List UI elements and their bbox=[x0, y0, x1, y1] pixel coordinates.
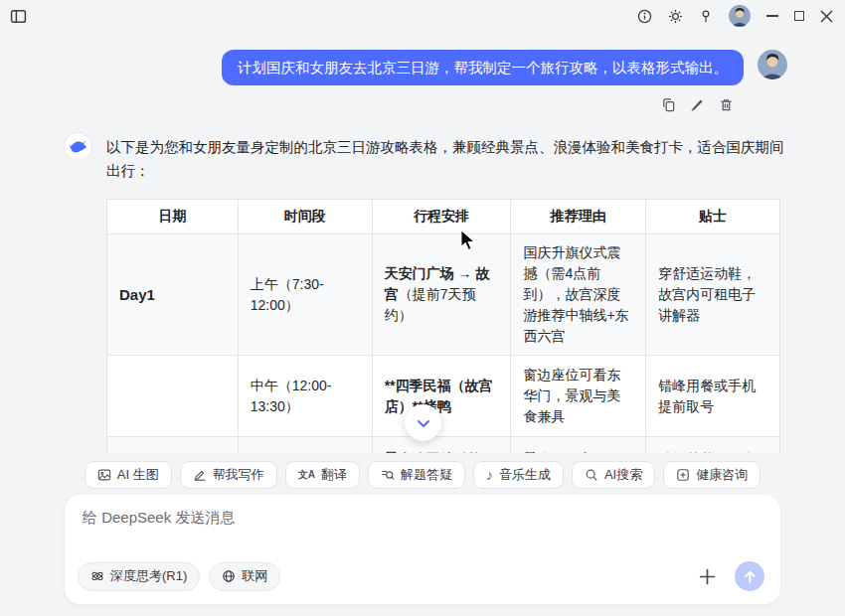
question-search-icon bbox=[381, 468, 395, 482]
message-input[interactable] bbox=[83, 509, 762, 552]
globe-icon bbox=[222, 569, 236, 583]
health-cross-icon bbox=[676, 468, 690, 482]
deep-think-label: 深度思考(R1) bbox=[110, 567, 187, 585]
cell-time: 中午（12:00-13:30） bbox=[238, 356, 372, 437]
help-write-label: 帮我写作 bbox=[213, 466, 264, 484]
quick-actions-toolbar: AI 生图 帮我写作 文A 翻译 解题答疑 ♪ 音乐生成 AI搜索 bbox=[0, 461, 845, 489]
col-header-time: 时间段 bbox=[238, 200, 372, 234]
table-header-row: 日期 时间段 行程安排 推荐理由 贴士 bbox=[107, 200, 780, 234]
sidebar-toggle-icon[interactable] bbox=[10, 8, 27, 25]
delete-icon[interactable] bbox=[719, 97, 734, 112]
translate-label: 翻译 bbox=[321, 466, 347, 484]
music-gen-label: 音乐生成 bbox=[499, 466, 551, 484]
col-header-plan: 行程安排 bbox=[372, 200, 511, 234]
ai-image-label: AI 生图 bbox=[117, 466, 159, 484]
close-button[interactable] bbox=[820, 10, 833, 23]
user-avatar bbox=[758, 50, 787, 79]
table-row: Day1 上午（7:30-12:00） 天安门广场 → 故宫（提前7天预约） 国… bbox=[107, 234, 780, 356]
titlebar bbox=[0, 0, 845, 32]
cell-plan: **四季民福（故宫店）**烤鸭 bbox=[372, 356, 511, 437]
cell-plan: 景山公园俯瞰故 bbox=[372, 437, 511, 454]
pin-icon[interactable] bbox=[699, 9, 713, 24]
itinerary-table: 日期 时间段 行程安排 推荐理由 贴士 Day1 上午（7:30-12:00） … bbox=[106, 199, 780, 453]
col-header-date: 日期 bbox=[107, 200, 239, 234]
col-header-tips: 贴士 bbox=[646, 200, 780, 234]
send-button[interactable] bbox=[735, 561, 764, 591]
maximize-button[interactable] bbox=[794, 11, 804, 21]
assistant-intro-text: 以下是为您和女朋友量身定制的北京三日游攻略表格，兼顾经典景点、浪漫体验和美食打卡… bbox=[106, 135, 785, 183]
pen-icon bbox=[193, 468, 207, 482]
ai-image-button[interactable]: AI 生图 bbox=[84, 461, 172, 489]
deep-think-toggle[interactable]: 深度思考(R1) bbox=[78, 562, 200, 591]
cell-day bbox=[107, 356, 239, 437]
health-consult-button[interactable]: 健康咨询 bbox=[663, 461, 760, 489]
translate-icon: 文A bbox=[298, 468, 315, 482]
info-icon[interactable] bbox=[637, 9, 652, 24]
message-actions bbox=[0, 85, 845, 112]
cell-time: 下午 bbox=[238, 437, 372, 454]
cell-day: Day1 bbox=[107, 234, 239, 356]
attach-plus-button[interactable] bbox=[699, 568, 716, 585]
cell-tips: 错峰用餐或手机提前取号 bbox=[646, 356, 780, 437]
message-composer: 深度思考(R1) 联网 bbox=[65, 495, 780, 604]
minimize-button[interactable] bbox=[766, 15, 778, 17]
cell-tips: 选择荷花船更出 bbox=[646, 437, 780, 454]
table-row: 中午（12:00-13:30） **四季民福（故宫店）**烤鸭 窗边座位可看东华… bbox=[107, 356, 780, 437]
cell-reason: 景山万春亭是拍摄故宫全景最佳 bbox=[511, 437, 646, 454]
cell-day bbox=[107, 437, 239, 454]
composer-bottom-bar: 深度思考(R1) 联网 bbox=[78, 561, 764, 591]
table-row: 下午 景山公园俯瞰故 景山万春亭是拍摄故宫全景最佳 选择荷花船更出 bbox=[107, 437, 780, 454]
health-consult-label: 健康咨询 bbox=[696, 466, 748, 484]
edit-icon[interactable] bbox=[690, 97, 705, 112]
user-message-bubble: 计划国庆和女朋友去北京三日游，帮我制定一个旅行攻略，以表格形式输出。 bbox=[222, 50, 744, 85]
translate-button[interactable]: 文A 翻译 bbox=[285, 461, 360, 489]
cell-reason: 国庆升旗仪式震撼（需4点前到），故宫深度游推荐中轴线+东西六宫 bbox=[511, 234, 646, 356]
cell-plan: 天安门广场 → 故宫（提前7天预约） bbox=[372, 234, 511, 356]
cell-tips: 穿舒适运动鞋，故宫内可租电子讲解器 bbox=[646, 234, 780, 356]
image-icon bbox=[97, 468, 111, 482]
col-header-reason: 推荐理由 bbox=[511, 200, 646, 234]
cell-time: 上午（7:30-12:00） bbox=[238, 234, 372, 356]
help-write-button[interactable]: 帮我写作 bbox=[180, 461, 277, 489]
scroll-to-bottom-button[interactable] bbox=[405, 404, 441, 441]
music-gen-button[interactable]: ♪ 音乐生成 bbox=[473, 461, 564, 489]
solve-question-label: 解题答疑 bbox=[401, 466, 452, 484]
atom-icon bbox=[90, 569, 104, 583]
web-search-toggle[interactable]: 联网 bbox=[209, 562, 280, 591]
copy-icon[interactable] bbox=[661, 97, 676, 112]
deepseek-logo-icon bbox=[64, 132, 92, 161]
chat-area: 计划国庆和女朋友去北京三日游，帮我制定一个旅行攻略，以表格形式输出。 bbox=[0, 32, 845, 453]
titlebar-user-avatar[interactable] bbox=[729, 5, 751, 27]
ai-search-label: AI搜索 bbox=[604, 466, 642, 484]
web-search-label: 联网 bbox=[242, 567, 267, 585]
search-icon bbox=[585, 468, 598, 482]
music-note-icon: ♪ bbox=[486, 468, 493, 482]
ai-search-button[interactable]: AI搜索 bbox=[572, 461, 655, 489]
cell-reason: 窗边座位可看东华门，景观与美食兼具 bbox=[511, 356, 646, 437]
assistant-message-row: 以下是为您和女朋友量身定制的北京三日游攻略表格，兼顾经典景点、浪漫体验和美食打卡… bbox=[0, 112, 845, 453]
settings-gear-icon[interactable] bbox=[668, 9, 683, 24]
user-message-row: 计划国庆和女朋友去北京三日游，帮我制定一个旅行攻略，以表格形式输出。 bbox=[0, 32, 845, 85]
solve-question-button[interactable]: 解题答疑 bbox=[368, 461, 465, 489]
